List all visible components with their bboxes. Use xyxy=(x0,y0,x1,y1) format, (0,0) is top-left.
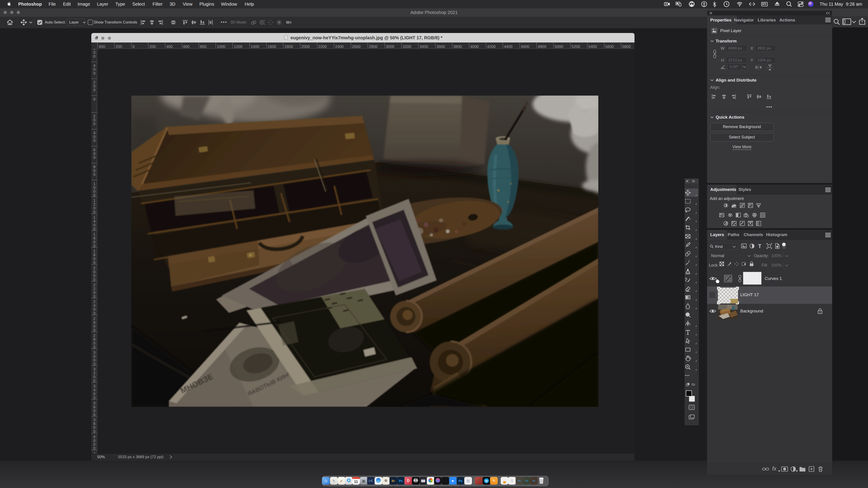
svg-text:2600: 2600 xyxy=(352,44,361,49)
svg-text:400: 400 xyxy=(99,44,105,49)
svg-text:800: 800 xyxy=(200,44,206,49)
svg-text:0: 0 xyxy=(132,44,134,49)
svg-text:5000: 5000 xyxy=(555,44,563,49)
svg-text:5800: 5800 xyxy=(622,44,631,49)
svg-text:1400: 1400 xyxy=(251,44,259,49)
svg-text:4000: 4000 xyxy=(470,44,479,49)
svg-text:0: 0 xyxy=(93,138,95,143)
svg-text:1800: 1800 xyxy=(284,44,293,49)
svg-text:2800: 2800 xyxy=(369,44,377,49)
svg-text:0: 0 xyxy=(93,172,95,177)
svg-text:2400: 2400 xyxy=(335,44,344,49)
svg-text:2200: 2200 xyxy=(318,44,327,49)
svg-text:1000: 1000 xyxy=(217,44,225,49)
svg-text:3800: 3800 xyxy=(453,44,462,49)
svg-text:3400: 3400 xyxy=(420,44,428,49)
svg-text:0: 0 xyxy=(93,122,95,126)
svg-text:0: 0 xyxy=(93,156,95,160)
svg-text:1600: 1600 xyxy=(268,44,276,49)
svg-text:5600: 5600 xyxy=(605,44,614,49)
svg-text:200: 200 xyxy=(116,44,122,49)
svg-text:5200: 5200 xyxy=(571,44,580,49)
svg-text:3000: 3000 xyxy=(386,44,395,49)
svg-text:4200: 4200 xyxy=(487,44,496,49)
svg-text:4800: 4800 xyxy=(538,44,546,49)
svg-text:600: 600 xyxy=(183,44,189,49)
svg-text:2000: 2000 xyxy=(301,44,310,49)
svg-text:3600: 3600 xyxy=(436,44,445,49)
svg-text:3200: 3200 xyxy=(403,44,411,49)
svg-text:0: 0 xyxy=(93,97,95,101)
svg-text:4: 4 xyxy=(93,452,95,453)
svg-text:0: 0 xyxy=(93,54,95,59)
svg-text:4400: 4400 xyxy=(504,44,513,49)
svg-text:0: 0 xyxy=(93,71,95,75)
svg-text:0: 0 xyxy=(93,88,95,92)
svg-text:4600: 4600 xyxy=(521,44,529,49)
svg-text:1200: 1200 xyxy=(234,44,242,49)
svg-text:5400: 5400 xyxy=(588,44,597,49)
svg-text:200: 200 xyxy=(149,44,156,49)
svg-text:400: 400 xyxy=(166,44,173,49)
